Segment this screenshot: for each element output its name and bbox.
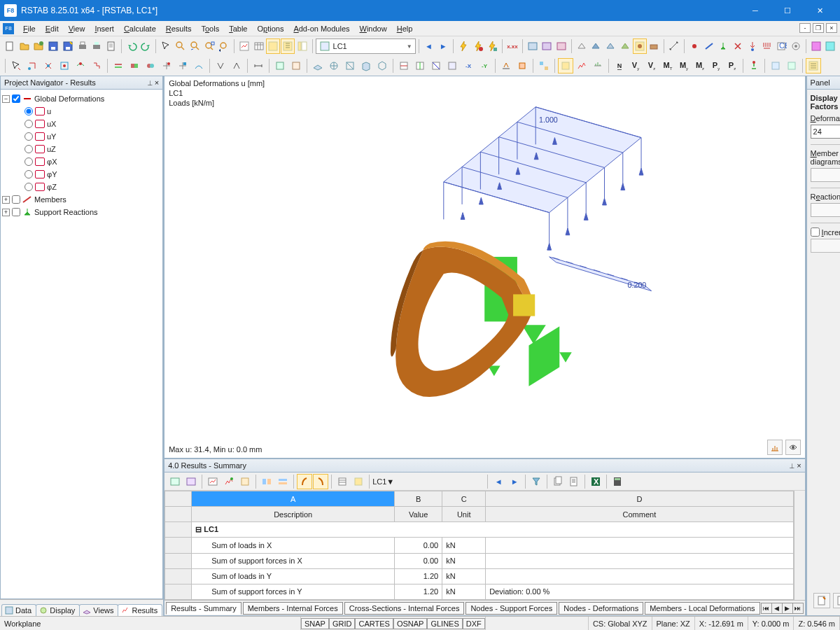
rtab-members-ld[interactable]: Members - Local Deformations (645, 602, 760, 615)
save-icon[interactable] (46, 38, 60, 54)
status-osnap[interactable]: OSNAP (393, 618, 428, 629)
support-icon[interactable] (716, 38, 730, 54)
menu-addon[interactable]: Add-on Modules (288, 23, 354, 34)
t2-lbl-4[interactable]: MT (660, 58, 676, 74)
t2-lbl-5[interactable]: My (676, 58, 692, 74)
expand-support[interactable]: + (2, 209, 10, 216)
rtab-next[interactable]: ▶ (782, 603, 793, 614)
rtab-cs-if[interactable]: Cross-Sections - Internal Forces (344, 602, 465, 615)
t2-res3[interactable] (590, 58, 606, 74)
menu-calculate[interactable]: Calculate (119, 23, 161, 34)
select-icon[interactable] (159, 38, 173, 54)
increments-input[interactable] (811, 239, 840, 252)
t2-clip4[interactable] (444, 58, 460, 74)
status-grid[interactable]: GRID (329, 618, 356, 629)
zoom-icon[interactable] (174, 38, 188, 54)
model-viewport[interactable]: Global Deformations u [mm] LC1 Loads [kN… (164, 76, 805, 458)
rt-11[interactable] (351, 474, 366, 489)
mdi-restore[interactable]: ❐ (813, 23, 824, 33)
model-props-icon[interactable] (540, 38, 554, 54)
t2-5[interactable] (73, 58, 88, 74)
table-icon[interactable] (252, 38, 266, 54)
units-icon[interactable] (554, 38, 568, 54)
show-results-icon[interactable] (237, 38, 251, 54)
tab-data[interactable]: Data (1, 604, 36, 616)
report-icon[interactable] (104, 38, 118, 54)
rt-copy[interactable] (550, 474, 566, 489)
increments-combo[interactable]: ▼ (811, 239, 840, 253)
calc-params-icon[interactable] (485, 38, 499, 54)
def-radio-uZ[interactable] (24, 145, 33, 153)
pan-icon[interactable] (188, 38, 202, 54)
render-trans-icon[interactable] (603, 38, 617, 54)
vp-icon-render[interactable] (785, 440, 801, 455)
def-radio-u[interactable] (24, 107, 33, 115)
mdi-close[interactable]: × (826, 23, 837, 33)
results-table[interactable]: A B C D Description Value Unit Comment ⊟… (164, 491, 793, 600)
rt-4[interactable] (221, 474, 237, 489)
load-member-icon[interactable] (760, 38, 774, 54)
t2-clip2[interactable] (412, 58, 428, 74)
t2-last[interactable] (806, 58, 821, 74)
def-radio-uX[interactable] (24, 120, 33, 128)
t2-view3[interactable] (342, 58, 358, 74)
render-sec-icon[interactable] (648, 38, 662, 54)
close-button[interactable]: ✕ (804, 0, 836, 21)
module-2-icon[interactable] (824, 38, 838, 54)
undo-icon[interactable] (125, 38, 139, 54)
rt-filter[interactable] (528, 474, 544, 489)
menu-window[interactable]: Window (355, 23, 392, 34)
calc-all-icon[interactable] (471, 38, 485, 54)
t2-view2[interactable] (326, 58, 342, 74)
status-glines[interactable]: GLINES (427, 618, 462, 629)
t2-anim[interactable] (746, 58, 762, 74)
render-color-icon[interactable] (633, 38, 647, 54)
rtab-prev[interactable]: ◀ (771, 603, 783, 614)
results-close[interactable]: × (797, 461, 801, 470)
zoom-previous-icon[interactable] (217, 38, 231, 54)
t2-8[interactable] (127, 58, 142, 74)
t2-13[interactable] (213, 58, 228, 74)
t2-2[interactable] (24, 58, 40, 74)
navigator-pin[interactable]: ⟂ (148, 78, 153, 87)
expand-toggle[interactable]: − (2, 95, 10, 103)
t2-6[interactable] (89, 58, 104, 74)
open-icon[interactable] (18, 38, 31, 54)
rt-3[interactable] (205, 474, 220, 489)
menu-results[interactable]: Results (161, 23, 197, 34)
next-lc-icon[interactable]: ► (436, 38, 450, 54)
module-1-icon[interactable] (809, 38, 823, 54)
isometric-icon[interactable] (266, 38, 280, 54)
results-loadcase-combo[interactable]: LC1▼ (372, 477, 484, 486)
rtab-last[interactable]: ⏭ (792, 603, 804, 614)
rt-calc[interactable] (610, 474, 625, 489)
rt-5[interactable] (237, 474, 253, 489)
t2-xz[interactable]: -Y (477, 58, 492, 74)
t2-view1[interactable] (310, 58, 326, 74)
vp-icon-scale[interactable] (767, 440, 783, 455)
rtab-members-if[interactable]: Members - Internal Forces (243, 602, 343, 615)
open-mru-icon[interactable] (32, 38, 46, 54)
increments-check[interactable] (811, 227, 820, 237)
support-check[interactable] (12, 208, 20, 216)
model-check-icon[interactable] (526, 38, 540, 54)
rt-9[interactable] (313, 474, 328, 489)
def-radio-uY[interactable] (24, 132, 33, 141)
t2-clip1[interactable] (396, 58, 412, 74)
t2-ext2[interactable] (288, 58, 304, 74)
t2-lbl-1[interactable]: N (612, 58, 627, 74)
t2-10[interactable] (159, 58, 174, 74)
new-icon[interactable] (3, 38, 17, 54)
t2-f2[interactable] (784, 58, 799, 74)
save-as-icon[interactable] (61, 38, 75, 54)
status-snap[interactable]: SNAP (301, 618, 329, 629)
settings-icon[interactable] (789, 38, 803, 54)
rt-2[interactable] (183, 474, 199, 489)
rt-6[interactable] (259, 474, 274, 489)
menu-file[interactable]: File (18, 23, 41, 34)
t2-edit2[interactable] (514, 58, 530, 74)
selprev-icon[interactable] (8, 58, 24, 74)
memberdiag-spinner[interactable]: ▲▼ (811, 168, 840, 182)
load-node-icon[interactable] (746, 38, 760, 54)
t2-7[interactable] (111, 58, 126, 74)
